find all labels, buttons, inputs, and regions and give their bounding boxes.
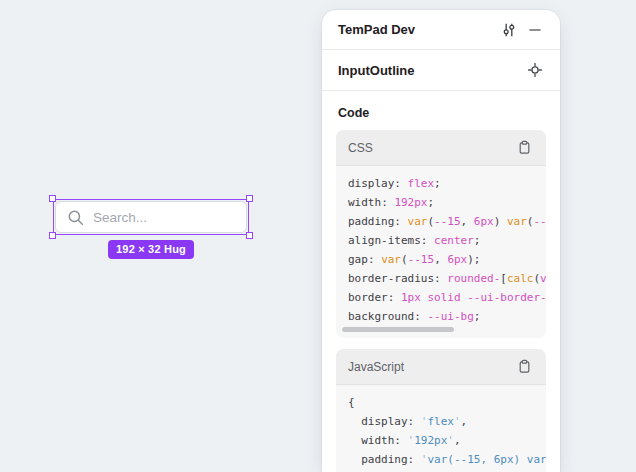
- horizontal-scrollbar[interactable]: [342, 327, 454, 332]
- javascript-code-body: { display: 'flex', width: '192px', paddi…: [336, 385, 546, 472]
- code-line: display: flex;: [348, 174, 534, 193]
- tempad-dev-plugin-panel: TemPad Dev InputOutline: [322, 10, 560, 472]
- search-input-placeholder: Search...: [93, 210, 147, 225]
- javascript-code-header: JavaScript: [336, 349, 546, 385]
- code-section-title: Code: [322, 91, 560, 130]
- code-line: background: --ui-bg;: [348, 307, 534, 326]
- component-name-label: InputOutline: [338, 63, 522, 78]
- code-line: align-items: center;: [348, 231, 534, 250]
- plugin-header: TemPad Dev: [322, 10, 560, 50]
- selection-handle-bottom-left[interactable]: [49, 232, 56, 239]
- dimensions-badge: 192 × 32 Hug: [108, 240, 194, 259]
- code-line: width: '192px',: [348, 431, 534, 450]
- css-code-header: CSS: [336, 130, 546, 166]
- code-line: display: 'flex',: [348, 412, 534, 431]
- search-input-component[interactable]: Search...: [55, 201, 247, 233]
- javascript-code-block: JavaScript { display: 'flex', width: '19…: [336, 349, 546, 472]
- selection-handle-top-right[interactable]: [246, 195, 253, 202]
- plugin-title: TemPad Dev: [338, 22, 496, 37]
- code-line: padding: 'var(--15, 6px) var: [348, 450, 534, 469]
- code-line: border: 1px solid --ui-border-: [348, 288, 534, 307]
- code-line: {: [348, 393, 534, 412]
- css-code-title: CSS: [348, 141, 511, 155]
- clipboard-icon[interactable]: [511, 355, 537, 379]
- selection-handle-bottom-right[interactable]: [246, 232, 253, 239]
- javascript-code-title: JavaScript: [348, 360, 511, 374]
- code-line: gap: var(--15, 6px);: [348, 250, 534, 269]
- design-canvas[interactable]: Search... 192 × 32 Hug TemPad Dev: [0, 0, 636, 472]
- code-line: border-radius: rounded-[calc(v: [348, 269, 534, 288]
- selected-component-row: InputOutline: [322, 50, 560, 91]
- code-line: width: 192px;: [348, 193, 534, 212]
- css-code-body: display: flex;width: 192px;padding: var(…: [336, 166, 546, 338]
- code-line: padding: var(--15, 6px) var(--: [348, 212, 534, 231]
- search-icon: [67, 209, 84, 226]
- sliders-icon[interactable]: [496, 18, 522, 42]
- css-code-block: CSS display: flex;width: 192px;padding: …: [336, 130, 546, 338]
- clipboard-icon[interactable]: [511, 136, 537, 160]
- selected-element-input-outline[interactable]: Search... 192 × 32 Hug: [55, 201, 247, 233]
- selection-handle-top-left[interactable]: [49, 195, 56, 202]
- minimize-icon[interactable]: [522, 18, 548, 42]
- crosshair-icon[interactable]: [522, 58, 548, 82]
